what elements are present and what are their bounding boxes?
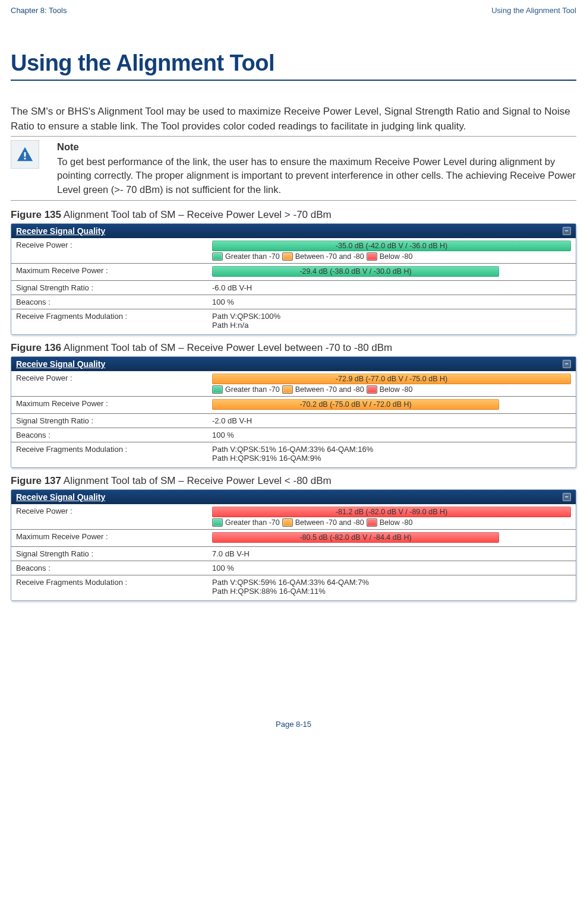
figure-number: Figure 135 bbox=[11, 209, 61, 220]
receive-power-bar: -81.2 dB (-82.0 dB V / -89.0 dB H) bbox=[212, 507, 571, 517]
receive-power-row: Receive Power : -35.0 dB (-42.0 dB V / -… bbox=[11, 238, 576, 264]
legend-row: Greater than -70 Between -70 and -80 Bel… bbox=[212, 518, 571, 527]
max-receive-power-value: -29.4 dB (-38.0 dB V / -30.0 dB H) bbox=[207, 263, 576, 280]
panel-title: Receive Signal Quality bbox=[16, 226, 105, 236]
receive-power-label: Receive Power : bbox=[11, 238, 207, 264]
max-receive-power-label: Maximum Receive Power : bbox=[11, 263, 207, 280]
receive-power-row: Receive Power : -81.2 dB (-82.0 dB V / -… bbox=[11, 504, 576, 530]
note-block: Note To get best performance of the link… bbox=[11, 139, 576, 197]
collapse-icon[interactable]: − bbox=[563, 493, 571, 501]
legend-swatch-orange bbox=[282, 385, 293, 394]
figure-caption: Figure 137 Alignment Tool tab of SM – Re… bbox=[11, 475, 576, 487]
note-text: To get best performance of the link, the… bbox=[57, 156, 576, 194]
receive-fragments-row: Receive Fragments Modulation : Path V:QP… bbox=[11, 575, 576, 598]
rfm-label: Receive Fragments Modulation : bbox=[11, 309, 207, 332]
max-receive-power-row: Maximum Receive Power : -29.4 dB (-38.0 … bbox=[11, 263, 576, 280]
max-receive-power-label: Maximum Receive Power : bbox=[11, 396, 207, 413]
figure-caption: Figure 136 Alignment Tool tab of SM – Re… bbox=[11, 342, 576, 354]
beacons-value: 100 % bbox=[207, 295, 576, 309]
legend-swatch-green bbox=[212, 385, 223, 394]
ssr-label: Signal Strength Ratio : bbox=[11, 280, 207, 295]
chapter-label: Chapter 8: Tools bbox=[11, 6, 67, 15]
panel-title: Receive Signal Quality bbox=[16, 492, 105, 502]
receive-power-row: Receive Power : -72.9 dB (-77.0 dB V / -… bbox=[11, 371, 576, 397]
page-title: Using the Alignment Tool bbox=[11, 50, 576, 76]
collapse-icon[interactable]: − bbox=[563, 227, 571, 235]
receive-power-value: -81.2 dB (-82.0 dB V / -89.0 dB H) Great… bbox=[207, 504, 576, 530]
panel-header: Receive Signal Quality − bbox=[11, 490, 576, 504]
ssr-label: Signal Strength Ratio : bbox=[11, 413, 207, 428]
legend-row: Greater than -70 Between -70 and -80 Bel… bbox=[212, 385, 571, 394]
rfm-path-h: Path H:QPSK:91% 16-QAM:9% bbox=[212, 454, 571, 463]
receive-power-value: -35.0 dB (-42.0 dB V / -36.0 dB H) Great… bbox=[207, 238, 576, 264]
receive-power-bar: -72.9 dB (-77.0 dB V / -75.0 dB H) bbox=[212, 374, 571, 384]
receive-signal-quality-panel: Receive Signal Quality − Receive Power :… bbox=[11, 223, 576, 335]
title-rule bbox=[11, 80, 576, 81]
rfm-value: Path V:QPSK:51% 16-QAM:33% 64-QAM:16% Pa… bbox=[207, 442, 576, 465]
note-top-rule bbox=[11, 136, 576, 137]
max-receive-power-row: Maximum Receive Power : -70.2 dB (-75.0 … bbox=[11, 396, 576, 413]
ssr-value: -6.0 dB V-H bbox=[207, 280, 576, 295]
beacons-row: Beacons : 100 % bbox=[11, 561, 576, 575]
max-receive-power-bar: -80.5 dB (-82.0 dB V / -84.4 dB H) bbox=[212, 532, 499, 543]
panel-title: Receive Signal Quality bbox=[16, 359, 105, 369]
beacons-label: Beacons : bbox=[11, 428, 207, 442]
legend-swatch-red bbox=[367, 252, 377, 261]
beacons-row: Beacons : 100 % bbox=[11, 428, 576, 442]
receive-power-label: Receive Power : bbox=[11, 371, 207, 397]
rfm-label: Receive Fragments Modulation : bbox=[11, 442, 207, 465]
svg-rect-1 bbox=[24, 153, 26, 157]
note-body: Note To get best performance of the link… bbox=[57, 140, 576, 196]
legend-row: Greater than -70 Between -70 and -80 Bel… bbox=[212, 252, 571, 261]
panel-header: Receive Signal Quality − bbox=[11, 224, 576, 238]
legend-swatch-red bbox=[367, 518, 377, 527]
legend-red-label: Below -80 bbox=[380, 385, 413, 394]
collapse-icon[interactable]: − bbox=[563, 360, 571, 368]
legend-orange-label: Between -70 and -80 bbox=[295, 385, 364, 394]
legend-swatch-green bbox=[212, 518, 223, 527]
note-bottom-rule bbox=[11, 200, 576, 201]
max-receive-power-label: Maximum Receive Power : bbox=[11, 529, 207, 546]
rfm-label: Receive Fragments Modulation : bbox=[11, 575, 207, 598]
rfm-path-v: Path V:QPSK:51% 16-QAM:33% 64-QAM:16% bbox=[212, 445, 571, 454]
receive-power-label: Receive Power : bbox=[11, 504, 207, 530]
beacons-value: 100 % bbox=[207, 428, 576, 442]
rfm-path-h: Path H:n/a bbox=[212, 321, 571, 330]
max-receive-power-bar: -29.4 dB (-38.0 dB V / -30.0 dB H) bbox=[212, 266, 499, 277]
legend-red-label: Below -80 bbox=[380, 518, 413, 527]
figure-caption-text: Alignment Tool tab of SM – Receive Power… bbox=[64, 342, 392, 353]
receive-signal-quality-panel: Receive Signal Quality − Receive Power :… bbox=[11, 489, 576, 601]
receive-fragments-row: Receive Fragments Modulation : Path V:QP… bbox=[11, 309, 576, 332]
rfm-path-v: Path V:QPSK:59% 16-QAM:33% 64-QAM:7% bbox=[212, 578, 571, 587]
signal-strength-ratio-row: Signal Strength Ratio : 7.0 dB V-H bbox=[11, 546, 576, 561]
rfm-path-h: Path H:QPSK:88% 16-QAM:11% bbox=[212, 587, 571, 596]
max-receive-power-row: Maximum Receive Power : -80.5 dB (-82.0 … bbox=[11, 529, 576, 546]
ssr-label: Signal Strength Ratio : bbox=[11, 546, 207, 561]
max-receive-power-value: -70.2 dB (-75.0 dB V / -72.0 dB H) bbox=[207, 396, 576, 413]
note-icon bbox=[11, 140, 39, 169]
legend-swatch-orange bbox=[282, 518, 293, 527]
section-label: Using the Alignment Tool bbox=[491, 6, 576, 15]
legend-green-label: Greater than -70 bbox=[225, 385, 280, 394]
rsq-table: Receive Power : -35.0 dB (-42.0 dB V / -… bbox=[11, 238, 576, 332]
info-triangle-icon bbox=[16, 145, 34, 163]
rsq-table: Receive Power : -72.9 dB (-77.0 dB V / -… bbox=[11, 371, 576, 465]
figure-number: Figure 137 bbox=[11, 475, 61, 486]
legend-green-label: Greater than -70 bbox=[225, 518, 280, 527]
receive-signal-quality-panel: Receive Signal Quality − Receive Power :… bbox=[11, 356, 576, 468]
legend-orange-label: Between -70 and -80 bbox=[295, 252, 364, 261]
figure-caption-text: Alignment Tool tab of SM – Receive Power… bbox=[64, 209, 332, 220]
signal-strength-ratio-row: Signal Strength Ratio : -2.0 dB V-H bbox=[11, 413, 576, 428]
legend-green-label: Greater than -70 bbox=[225, 252, 280, 261]
legend-swatch-green bbox=[212, 252, 223, 261]
ssr-value: 7.0 dB V-H bbox=[207, 546, 576, 561]
legend-red-label: Below -80 bbox=[380, 252, 413, 261]
page-header: Chapter 8: Tools Using the Alignment Too… bbox=[11, 6, 576, 15]
legend-swatch-orange bbox=[282, 252, 293, 261]
svg-rect-2 bbox=[24, 158, 26, 160]
max-receive-power-bar: -70.2 dB (-75.0 dB V / -72.0 dB H) bbox=[212, 399, 499, 410]
ssr-value: -2.0 dB V-H bbox=[207, 413, 576, 428]
note-icon-wrap bbox=[11, 140, 46, 196]
rfm-value: Path V:QPSK:100% Path H:n/a bbox=[207, 309, 576, 332]
beacons-value: 100 % bbox=[207, 561, 576, 575]
